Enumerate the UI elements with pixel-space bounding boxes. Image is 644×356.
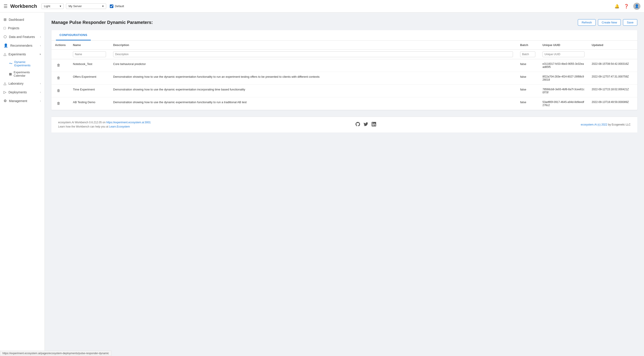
page-actions: Refresh Create New Save bbox=[578, 19, 637, 26]
sidebar-item-label: Projects bbox=[8, 26, 41, 30]
server-chevron-icon: ▾ bbox=[102, 4, 104, 8]
sidebar-item-label: Deployments bbox=[8, 90, 38, 94]
footer-copyright-by: by Ecogenetic LLC bbox=[608, 123, 630, 126]
twitter-icon[interactable] bbox=[364, 122, 368, 128]
tab-configurations[interactable]: CONFIGURATIONS bbox=[56, 30, 91, 40]
sidebar-item-data-features[interactable]: ⬡ Data and Features ‹ bbox=[0, 32, 44, 41]
experiments-icon: △ bbox=[4, 52, 6, 56]
cell-batch: false bbox=[516, 72, 539, 85]
sidebar-item-experiments-calendar[interactable]: ▦ Experiments Calendar bbox=[0, 69, 44, 79]
server-label: My Server bbox=[68, 4, 82, 8]
notification-icon[interactable]: 🔔 bbox=[614, 4, 620, 9]
col-header-name: Name bbox=[69, 41, 110, 50]
table-row: 🗑 AB Testing Demo Demonstration showing … bbox=[52, 97, 637, 110]
help-icon[interactable]: ❓ bbox=[624, 4, 629, 9]
sidebar: ⊞ Dashboard □ Projects ⬡ Data and Featur… bbox=[0, 12, 45, 356]
sidebar-item-projects[interactable]: □ Projects bbox=[0, 24, 44, 32]
footer-copyright-link[interactable]: ecosystem.Ai (c) 2022 bbox=[581, 123, 607, 126]
cell-updated: 2022-09-12T15:18:02.000421Z bbox=[588, 85, 637, 97]
theme-chevron-icon: ▾ bbox=[60, 4, 61, 8]
sidebar-item-recommenders[interactable]: 👤 Recommenders ‹ bbox=[0, 41, 44, 50]
layout: ⊞ Dashboard □ Projects ⬡ Data and Featur… bbox=[0, 12, 644, 356]
sidebar-item-deployments[interactable]: ▷ Deployments ‹ bbox=[0, 88, 44, 96]
save-button[interactable]: Save bbox=[623, 19, 637, 26]
create-new-button[interactable]: Create New bbox=[598, 19, 621, 26]
header: ☰ Workbench Light ▾ My Server ▾ Default … bbox=[0, 0, 644, 12]
filter-batch-input[interactable] bbox=[520, 51, 535, 57]
avatar[interactable]: 👤 bbox=[633, 3, 640, 10]
avatar-icon: 👤 bbox=[634, 4, 639, 8]
tabs: CONFIGURATIONS bbox=[52, 30, 637, 41]
sidebar-sub-label: Experiments Calendar bbox=[14, 71, 41, 77]
laboratory-arrow-icon: ‹ bbox=[40, 82, 41, 85]
sidebar-item-label: Laboratory bbox=[8, 82, 38, 85]
dynamic-experiments-icon: 〜 bbox=[9, 61, 12, 66]
page-title: Manage Pulse Responder Dynamic Parameter… bbox=[52, 20, 153, 25]
col-header-actions: Actions bbox=[52, 41, 69, 50]
laboratory-icon: △ bbox=[4, 81, 6, 86]
footer-left: ecosystem.Ai Workbench 0.6.212.05 on htt… bbox=[58, 120, 151, 129]
cell-description: Core behavioral predictor bbox=[110, 59, 516, 72]
col-header-updated: Updated bbox=[588, 41, 637, 50]
management-icon: ⚙ bbox=[4, 99, 7, 103]
footer-right: ecosystem.Ai (c) 2022 by Ecogenetic LLC bbox=[581, 123, 630, 126]
table-row: 🗑 Time Experiment Demonstration showing … bbox=[52, 85, 637, 97]
sidebar-item-label: Data and Features bbox=[9, 35, 38, 39]
col-header-description: Description bbox=[110, 41, 516, 50]
github-icon[interactable] bbox=[356, 122, 360, 128]
main-content: Manage Pulse Responder Dynamic Parameter… bbox=[45, 12, 644, 356]
cell-name: AB Testing Demo bbox=[69, 97, 110, 110]
cell-name: Offers Experiment bbox=[69, 72, 110, 85]
refresh-button[interactable]: Refresh bbox=[578, 19, 596, 26]
footer: ecosystem.Ai Workbench 0.6.212.05 on htt… bbox=[52, 117, 637, 133]
delete-button[interactable]: 🗑 bbox=[55, 88, 62, 94]
default-checkbox-container: Default bbox=[110, 4, 124, 8]
footer-server-link[interactable]: https://experiment.ecosystem.ai:3001 bbox=[106, 121, 151, 124]
sidebar-item-label: Management bbox=[9, 99, 38, 103]
filter-row bbox=[52, 50, 637, 59]
footer-learn-link[interactable]: Learn.Ecosystem bbox=[109, 125, 130, 128]
delete-button[interactable]: 🗑 bbox=[55, 101, 62, 106]
default-checkbox[interactable] bbox=[110, 4, 113, 8]
theme-selector[interactable]: Light ▾ bbox=[41, 3, 64, 9]
delete-button[interactable]: 🗑 bbox=[55, 62, 62, 68]
server-selector[interactable]: My Server ▾ bbox=[66, 3, 106, 9]
experiments-arrow-icon: ▾ bbox=[40, 53, 41, 56]
sidebar-item-management[interactable]: ⚙ Management ‹ bbox=[0, 96, 44, 105]
status-url: https://experiment.ecosystem.ai/pages/ec… bbox=[2, 352, 109, 355]
linkedin-icon[interactable] bbox=[372, 122, 376, 128]
footer-icons bbox=[356, 122, 376, 128]
management-arrow-icon: ‹ bbox=[40, 99, 41, 103]
sidebar-item-label: Experiments bbox=[8, 52, 37, 56]
sidebar-item-dashboard[interactable]: ⊞ Dashboard bbox=[0, 15, 44, 24]
filter-description-input[interactable] bbox=[113, 51, 513, 57]
footer-version-text: ecosystem.Ai Workbench 0.6.212.05 on bbox=[58, 121, 106, 124]
filter-name-input[interactable] bbox=[73, 51, 106, 57]
cell-description: Demonstration showing how to use the dyn… bbox=[110, 85, 516, 97]
cell-uuid: e3118317-fc53-4be3-9055-3c02eaad85f5 bbox=[539, 59, 588, 72]
cell-description: Demonstration showing how to use the dyn… bbox=[110, 97, 516, 110]
table-container: Actions Name Description Batch Unique UU… bbox=[52, 41, 637, 110]
table-row: 🗑 Notebook_Test Core behavioral predicto… bbox=[52, 59, 637, 72]
filter-uuid-input[interactable] bbox=[542, 51, 584, 57]
status-bar: https://experiment.ecosystem.ai/pages/ec… bbox=[0, 351, 111, 356]
sidebar-item-label: Dashboard bbox=[9, 18, 41, 21]
table-header-row: Actions Name Description Batch Unique UU… bbox=[52, 41, 637, 50]
footer-learn-text: Learn how the Workbench can help you at bbox=[58, 125, 109, 128]
sidebar-item-experiments[interactable]: △ Experiments ▾ bbox=[0, 50, 44, 58]
cell-name: Notebook_Test bbox=[69, 59, 110, 72]
default-label: Default bbox=[115, 4, 124, 8]
theme-label: Light bbox=[44, 4, 50, 8]
sidebar-item-label: Recommenders bbox=[10, 44, 38, 47]
delete-button[interactable]: 🗑 bbox=[55, 75, 62, 81]
sidebar-item-laboratory[interactable]: △ Laboratory ‹ bbox=[0, 79, 44, 88]
dashboard-icon: ⊞ bbox=[4, 17, 6, 22]
col-header-uuid: Unique UUID bbox=[539, 41, 588, 50]
sidebar-sub-label: Dynamic Experiments bbox=[14, 60, 41, 67]
menu-icon[interactable]: ☰ bbox=[4, 3, 8, 9]
cell-uuid: 78566cb8-3e93-4bf8-8a7f-3cee61c0f70f bbox=[539, 85, 588, 97]
page-header: Manage Pulse Responder Dynamic Parameter… bbox=[52, 19, 637, 26]
deployments-icon: ▷ bbox=[4, 90, 6, 94]
table-row: 🗑 Offers Experiment Demonstration showin… bbox=[52, 72, 637, 85]
sidebar-item-dynamic-experiments[interactable]: 〜 Dynamic Experiments bbox=[0, 58, 44, 69]
